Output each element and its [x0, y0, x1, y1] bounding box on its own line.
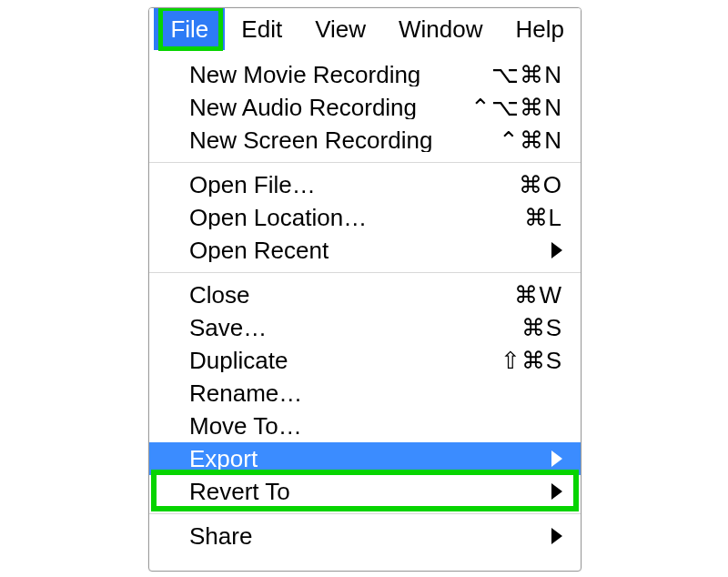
menu-item-open-file[interactable]: Open File… ⌘O [149, 168, 581, 201]
menu-item-shortcut: ⇧⌘S [462, 349, 562, 372]
menu-item-rename[interactable]: Rename… [149, 377, 581, 410]
menu-item-share[interactable]: Share [149, 520, 581, 552]
menu-item-label: Export [189, 447, 551, 471]
file-menu-dropdown: New Movie Recording ⌥⌘N New Audio Record… [149, 58, 581, 552]
menubar-item-help[interactable]: Help [500, 8, 581, 50]
menu-separator [149, 162, 581, 163]
menu-item-label: Open File… [189, 173, 462, 197]
menu-item-open-location[interactable]: Open Location… ⌘L [149, 201, 581, 234]
menu-item-label: New Movie Recording [189, 63, 462, 86]
menu-item-shortcut: ⌘O [462, 173, 562, 197]
menu-item-label: Duplicate [189, 349, 462, 372]
window-frame: File Edit View Window Help New Movie Rec… [148, 7, 581, 572]
menu-item-export[interactable]: Export [149, 442, 581, 475]
menu-item-new-movie-recording[interactable]: New Movie Recording ⌥⌘N [149, 58, 581, 91]
menu-separator [149, 513, 581, 514]
menu-item-label: Move To… [189, 414, 562, 438]
menu-item-label: New Audio Recording [189, 96, 462, 119]
menu-item-move-to[interactable]: Move To… [149, 410, 581, 442]
menu-item-label: Revert To [189, 480, 551, 503]
menu-item-label: Rename… [189, 381, 562, 405]
menu-item-revert-to[interactable]: Revert To [149, 475, 581, 508]
menu-item-save[interactable]: Save… ⌘S [149, 311, 581, 344]
menu-item-label: Close [189, 283, 462, 307]
menu-item-shortcut: ⌥⌘N [462, 63, 562, 86]
menu-item-open-recent[interactable]: Open Recent [149, 234, 581, 267]
menu-item-duplicate[interactable]: Duplicate ⇧⌘S [149, 344, 581, 377]
chevron-right-icon [551, 483, 562, 500]
menu-item-shortcut: ⌘S [462, 316, 562, 339]
menubar-item-file[interactable]: File [154, 8, 225, 50]
menu-item-close[interactable]: Close ⌘W [149, 278, 581, 311]
menu-item-shortcut: ⌃⌘N [462, 128, 562, 152]
menu-item-label: Save… [189, 316, 462, 339]
menubar-item-window[interactable]: Window [382, 8, 499, 50]
menu-item-label: New Screen Recording [189, 128, 462, 152]
menu-item-label: Open Location… [189, 206, 462, 229]
menu-item-new-screen-recording[interactable]: New Screen Recording ⌃⌘N [149, 124, 581, 157]
menubar-item-edit[interactable]: Edit [225, 8, 298, 50]
menu-item-shortcut: ⌃⌥⌘N [462, 96, 562, 119]
menu-item-label: Open Recent [189, 238, 551, 262]
menu-item-shortcut: ⌘L [462, 206, 562, 229]
menubar-item-view[interactable]: View [298, 8, 382, 50]
chevron-right-icon [551, 528, 562, 544]
menubar: File Edit View Window Help [149, 8, 581, 51]
menu-item-label: Share [189, 524, 551, 548]
menu-separator [149, 272, 581, 273]
chevron-right-icon [551, 242, 562, 258]
menu-item-shortcut: ⌘W [462, 283, 562, 307]
menu-item-new-audio-recording[interactable]: New Audio Recording ⌃⌥⌘N [149, 91, 581, 124]
chevron-right-icon [551, 450, 562, 467]
